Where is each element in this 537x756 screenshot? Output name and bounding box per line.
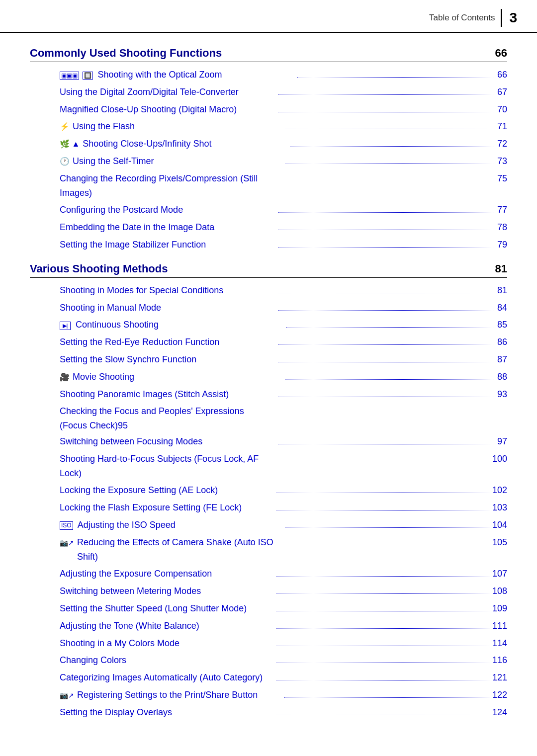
toc-entry: Categorizing Images Automatically (Auto … — [30, 669, 507, 686]
entry-page: 67 — [497, 85, 507, 99]
toc-entry: ISOAdjusting the ISO Speed104 — [30, 516, 507, 534]
entry-page: 70 — [497, 102, 507, 117]
header-page: 3 — [509, 10, 517, 26]
toc-entry: Configuring the Postcard Mode77 — [30, 201, 507, 219]
entry-text: Adjusting the Exposure Compensation — [60, 567, 273, 581]
toc-entry: Switching between Focusing Modes97 — [30, 433, 507, 450]
entry-dots — [278, 293, 494, 293]
entry-dots — [276, 628, 489, 629]
camera-shake-icon: 📷↗ — [60, 536, 74, 549]
entry-dots — [297, 77, 494, 78]
entry-page: 102 — [492, 483, 507, 498]
entry-dots — [276, 493, 489, 493]
entry-text: Switching between Focusing Modes — [60, 434, 275, 449]
entry-dots — [276, 593, 489, 594]
entry-text: Switching between Metering Modes — [60, 584, 273, 598]
toc-entry: Adjusting the Exposure Compensation107 — [30, 565, 507, 583]
entry-text: Continuous Shooting — [76, 318, 283, 332]
toc-entry: 🎥Movie Shooting88 — [30, 368, 507, 386]
self-timer-icon: 🕐 — [60, 155, 70, 168]
section-page-commonly-used: 66 — [495, 47, 507, 60]
entry-text: Setting the Display Overlays — [60, 705, 273, 720]
toc-entry: Magnified Close-Up Shooting (Digital Mac… — [30, 101, 507, 118]
toc-entry: ▣▣▣ 🔲Shooting with the Optical Zoom66 — [30, 66, 507, 84]
entry-text: Shooting in Manual Mode — [60, 301, 275, 315]
content: Commonly Used Shooting Functions 66 ▣▣▣ … — [0, 33, 537, 750]
entry-text: Movie Shooting — [73, 370, 282, 384]
entry-page: 87 — [497, 352, 507, 367]
toc-entry: 🌿 ▲Shooting Close-Ups/Infinity Shot72 — [30, 135, 507, 153]
toc-entry: Changing Colors116 — [30, 652, 507, 669]
entry-text: Reducing the Effects of Camera Shake (Au… — [77, 535, 281, 564]
toc-entry: ⚡Using the Flash71 — [30, 118, 507, 135]
section-commonly-used: Commonly Used Shooting Functions 66 ▣▣▣ … — [30, 47, 507, 253]
entry-dots — [285, 164, 494, 164]
entry-page: 88 — [497, 370, 507, 384]
header-divider — [501, 9, 502, 27]
entry-page: 86 — [497, 335, 507, 349]
toc-entry-line1: Checking the Focus and Peoples' Expressi… — [60, 404, 507, 419]
flash-icon: ⚡ — [60, 120, 70, 133]
entry-page: 75 — [497, 171, 507, 186]
entries-commonly-used: ▣▣▣ 🔲Shooting with the Optical Zoom66Usi… — [30, 66, 507, 253]
toc-entry: 📷↗Reducing the Effects of Camera Shake (… — [30, 534, 507, 566]
entry-dots — [286, 327, 494, 328]
entry-page: 122 — [492, 688, 507, 702]
entry-page: 124 — [492, 705, 507, 720]
entry-dots — [278, 94, 494, 95]
header: Table of Contents 3 — [0, 0, 537, 33]
toc-entry: 📷↗Registering Settings to the Print/Shar… — [30, 686, 507, 704]
section-title-commonly-used: Commonly Used Shooting Functions — [30, 47, 222, 60]
entry-dots — [285, 379, 494, 380]
entry-dots — [276, 715, 489, 715]
entry-dots — [276, 611, 489, 611]
entry-dots — [284, 697, 489, 698]
entry-text: Embedding the Date in the Image Data — [60, 220, 275, 235]
entry-dots — [276, 680, 489, 680]
toc-entry: Embedding the Date in the Image Data78 — [30, 219, 507, 236]
entry-text: Changing Colors — [60, 653, 273, 668]
entry-text: Using the Self-Timer — [73, 154, 282, 168]
entry-page: 116 — [492, 653, 507, 668]
entry-text: Adjusting the Tone (White Balance) — [60, 619, 273, 633]
entry-text: Categorizing Images Automatically (Auto … — [60, 671, 273, 685]
entry-text: Setting the Red-Eye Reduction Function — [60, 335, 275, 349]
entry-text: Changing the Recording Pixels/Compressio… — [60, 171, 275, 200]
entry-page: 95 — [118, 419, 128, 433]
entry-text: Shooting in a My Colors Mode — [60, 636, 273, 651]
entry-page: 103 — [492, 501, 507, 515]
entry-text: Setting the Slow Synchro Function — [60, 352, 275, 367]
section-header-various-shooting: Various Shooting Methods 81 — [30, 262, 507, 278]
entry-page: 66 — [497, 68, 507, 82]
entry-page: 114 — [492, 636, 507, 651]
entry-page: 78 — [497, 220, 507, 235]
entry-page: 97 — [497, 434, 507, 449]
entry-dots — [276, 663, 489, 663]
toc-entry: Switching between Metering Modes108 — [30, 583, 507, 600]
shooting-zoom-icon: ▣▣▣ 🔲 — [60, 69, 94, 82]
entry-text: Using the Digital Zoom/Digital Tele-Conv… — [60, 85, 275, 99]
entry-dots — [278, 444, 494, 444]
entry-text: Registering Settings to the Print/Share … — [77, 688, 281, 702]
toc-entry: Setting the Image Stabilizer Function79 — [30, 236, 507, 253]
toc-entry: Shooting Hard-to-Focus Subjects (Focus L… — [30, 450, 507, 482]
entry-page: 105 — [492, 535, 507, 550]
toc-entry-line2: (Focus Check) 95 — [60, 419, 507, 433]
entry-dots — [290, 146, 494, 147]
toc-entry: Using the Digital Zoom/Digital Tele-Conv… — [30, 84, 507, 101]
entry-page: 121 — [492, 671, 507, 685]
entry-dots — [276, 576, 489, 577]
camera-shake-icon: 📷↗ — [60, 689, 74, 702]
toc-entry: Shooting Panoramic Images (Stitch Assist… — [30, 386, 507, 403]
entry-page: 84 — [497, 301, 507, 315]
entry-page: 109 — [492, 601, 507, 616]
entry-dots — [278, 397, 494, 397]
entry-page: 111 — [492, 619, 507, 633]
entry-dots — [278, 247, 494, 248]
entries-various-shooting: Shooting in Modes for Special Conditions… — [30, 282, 507, 721]
entry-page: 71 — [497, 119, 507, 134]
entry-dots — [278, 310, 494, 311]
entry-dots — [276, 646, 489, 646]
entry-dots — [278, 230, 494, 230]
toc-entry: Setting the Display Overlays124 — [30, 704, 507, 721]
